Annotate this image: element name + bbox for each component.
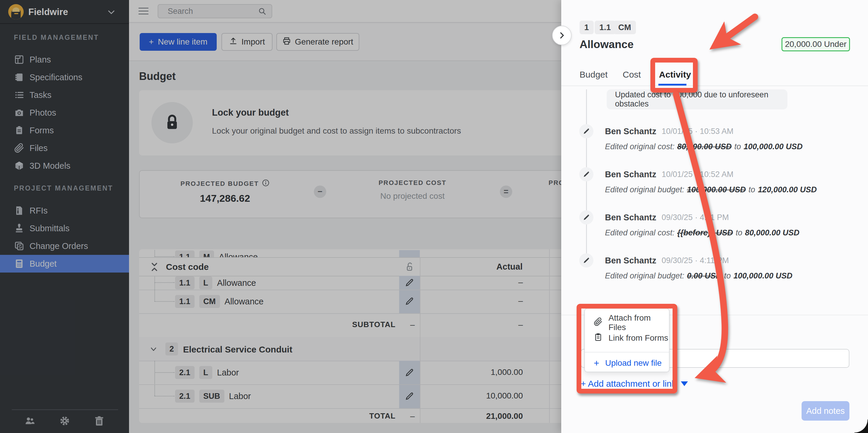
tag-pill: CM [614, 21, 636, 34]
tag-pill: 1.1 [595, 21, 616, 34]
tab-bar-divider [561, 86, 868, 86]
activity-entry-header: Ben Schantz10/01/25 · 10:53 AM [605, 126, 733, 136]
app-screen: Fieldwire FIELD MANAGEMENT Plans Specifi… [0, 0, 868, 433]
tab-cost[interactable]: Cost [623, 67, 641, 80]
activity-entry-header: Ben Schantz09/30/25 · 4:11 PM [605, 212, 729, 223]
activity-note-bubble: Updated cost to 100,000 due to unforesee… [607, 89, 787, 109]
activity-entry-header: Ben Schantz09/30/25 · 4:11 PM [605, 256, 729, 265]
pencil-avatar-icon [579, 167, 593, 181]
activity-entry-detail: Edited original cost:80,000.00 USDto100,… [605, 141, 802, 152]
pencil-avatar-icon [579, 210, 593, 225]
triangle-down-icon [681, 381, 688, 386]
chevron-right-icon [557, 31, 566, 40]
modal-dim-overlay [0, 0, 561, 433]
screen-corner [855, 420, 868, 433]
annotation-box-activity-tab [650, 58, 698, 93]
status-badge: 20,000.00 Under [781, 37, 850, 51]
tag-pill: 1 [580, 21, 594, 34]
line-item-title: Allowance [580, 38, 633, 51]
tab-budget[interactable]: Budget [580, 67, 608, 80]
pencil-avatar-icon [579, 254, 593, 268]
panel-collapse-button[interactable] [552, 26, 571, 45]
pencil-avatar-icon [579, 124, 593, 138]
activity-entry-detail: Edited original budget:100,000.00 USDto1… [605, 185, 817, 195]
activity-entry-detail: Edited original cost:{{before}} USDto80,… [605, 228, 800, 238]
add-notes-button[interactable]: Add notes [802, 401, 849, 421]
activity-entry-detail: Edited original budget:0.00 USDto100,000… [605, 271, 793, 281]
annotation-box-attach-menu [577, 304, 677, 394]
activity-entry-header: Ben Schantz10/01/25 · 10:52 AM [605, 169, 733, 179]
